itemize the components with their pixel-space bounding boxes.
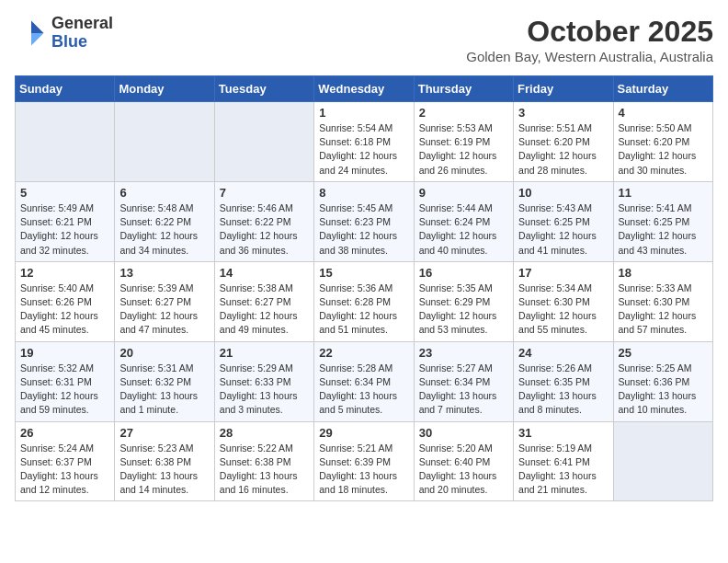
calendar-header-row: SundayMondayTuesdayWednesdayThursdayFrid… (16, 76, 713, 102)
day-number: 8 (319, 186, 408, 200)
day-info: Sunrise: 5:43 AM Sunset: 6:25 PM Dayligh… (518, 201, 608, 258)
day-number: 30 (419, 426, 508, 440)
calendar-cell (115, 102, 214, 182)
logo-text: General Blue (51, 15, 113, 52)
calendar-cell: 31Sunrise: 5:19 AM Sunset: 6:41 PM Dayli… (514, 421, 613, 501)
calendar-cell: 13Sunrise: 5:39 AM Sunset: 6:27 PM Dayli… (115, 261, 214, 341)
calendar-cell: 6Sunrise: 5:48 AM Sunset: 6:22 PM Daylig… (115, 181, 214, 261)
day-info: Sunrise: 5:33 AM Sunset: 6:30 PM Dayligh… (619, 282, 708, 338)
day-info: Sunrise: 5:44 AM Sunset: 6:24 PM Dayligh… (419, 201, 508, 258)
weekday-header: Sunday (16, 76, 115, 102)
calendar-week-row: 5Sunrise: 5:49 AM Sunset: 6:21 PM Daylig… (16, 181, 713, 261)
day-number: 17 (518, 266, 608, 280)
day-info: Sunrise: 5:53 AM Sunset: 6:19 PM Dayligh… (419, 121, 508, 178)
calendar-week-row: 19Sunrise: 5:32 AM Sunset: 6:31 PM Dayli… (16, 341, 713, 421)
calendar-cell: 23Sunrise: 5:27 AM Sunset: 6:34 PM Dayli… (414, 341, 513, 421)
weekday-header: Wednesday (314, 76, 414, 102)
day-info: Sunrise: 5:51 AM Sunset: 6:20 PM Dayligh… (518, 121, 608, 178)
day-info: Sunrise: 5:36 AM Sunset: 6:28 PM Dayligh… (319, 282, 408, 338)
calendar-cell: 2Sunrise: 5:53 AM Sunset: 6:19 PM Daylig… (414, 102, 513, 182)
day-number: 29 (319, 426, 408, 440)
calendar-cell: 4Sunrise: 5:50 AM Sunset: 6:20 PM Daylig… (613, 102, 712, 182)
day-number: 23 (419, 346, 508, 360)
day-info: Sunrise: 5:38 AM Sunset: 6:27 PM Dayligh… (220, 282, 309, 338)
day-number: 6 (119, 186, 209, 200)
calendar-cell: 7Sunrise: 5:46 AM Sunset: 6:22 PM Daylig… (214, 181, 313, 261)
day-info: Sunrise: 5:49 AM Sunset: 6:21 PM Dayligh… (20, 201, 109, 258)
calendar-cell: 1Sunrise: 5:54 AM Sunset: 6:18 PM Daylig… (314, 102, 414, 182)
day-number: 26 (20, 426, 109, 440)
day-number: 28 (220, 426, 309, 440)
weekday-header: Tuesday (214, 76, 313, 102)
calendar-cell: 14Sunrise: 5:38 AM Sunset: 6:27 PM Dayli… (214, 261, 313, 341)
day-info: Sunrise: 5:22 AM Sunset: 6:38 PM Dayligh… (220, 442, 309, 498)
day-number: 3 (518, 106, 608, 120)
calendar-cell: 10Sunrise: 5:43 AM Sunset: 6:25 PM Dayli… (514, 181, 613, 261)
day-number: 10 (518, 186, 608, 200)
logo-icon (15, 17, 48, 50)
day-info: Sunrise: 5:34 AM Sunset: 6:30 PM Dayligh… (518, 282, 608, 338)
page-header: General Blue October 2025 Golden Bay, We… (15, 15, 713, 64)
day-number: 7 (220, 186, 309, 200)
svg-marker-1 (31, 33, 44, 46)
day-info: Sunrise: 5:19 AM Sunset: 6:41 PM Dayligh… (518, 442, 608, 498)
calendar-cell: 26Sunrise: 5:24 AM Sunset: 6:37 PM Dayli… (16, 421, 115, 501)
calendar-cell: 16Sunrise: 5:35 AM Sunset: 6:29 PM Dayli… (414, 261, 513, 341)
day-info: Sunrise: 5:54 AM Sunset: 6:18 PM Dayligh… (319, 121, 408, 178)
day-number: 4 (619, 106, 708, 120)
calendar-cell: 3Sunrise: 5:51 AM Sunset: 6:20 PM Daylig… (514, 102, 613, 182)
day-info: Sunrise: 5:27 AM Sunset: 6:34 PM Dayligh… (419, 362, 508, 418)
calendar-cell: 5Sunrise: 5:49 AM Sunset: 6:21 PM Daylig… (16, 181, 115, 261)
calendar-cell: 18Sunrise: 5:33 AM Sunset: 6:30 PM Dayli… (613, 261, 712, 341)
day-info: Sunrise: 5:45 AM Sunset: 6:23 PM Dayligh… (319, 201, 408, 258)
day-info: Sunrise: 5:39 AM Sunset: 6:27 PM Dayligh… (119, 282, 209, 338)
day-number: 13 (119, 266, 209, 280)
day-number: 1 (319, 106, 408, 120)
calendar-week-row: 1Sunrise: 5:54 AM Sunset: 6:18 PM Daylig… (16, 102, 713, 182)
calendar-cell: 25Sunrise: 5:25 AM Sunset: 6:36 PM Dayli… (613, 341, 712, 421)
calendar-cell: 20Sunrise: 5:31 AM Sunset: 6:32 PM Dayli… (115, 341, 214, 421)
calendar-cell (214, 102, 313, 182)
day-number: 14 (220, 266, 309, 280)
day-number: 11 (619, 186, 708, 200)
day-number: 24 (518, 346, 608, 360)
calendar-cell: 17Sunrise: 5:34 AM Sunset: 6:30 PM Dayli… (514, 261, 613, 341)
day-number: 12 (20, 266, 109, 280)
day-info: Sunrise: 5:31 AM Sunset: 6:32 PM Dayligh… (119, 362, 209, 418)
location-title: Golden Bay, Western Australia, Australia (466, 49, 713, 64)
logo-blue: Blue (51, 32, 87, 51)
calendar-cell: 22Sunrise: 5:28 AM Sunset: 6:34 PM Dayli… (314, 341, 414, 421)
day-info: Sunrise: 5:20 AM Sunset: 6:40 PM Dayligh… (419, 442, 508, 498)
day-number: 9 (419, 186, 508, 200)
day-number: 31 (518, 426, 608, 440)
calendar-cell: 27Sunrise: 5:23 AM Sunset: 6:38 PM Dayli… (115, 421, 214, 501)
calendar-cell: 29Sunrise: 5:21 AM Sunset: 6:39 PM Dayli… (314, 421, 414, 501)
day-info: Sunrise: 5:35 AM Sunset: 6:29 PM Dayligh… (419, 282, 508, 338)
calendar-table: SundayMondayTuesdayWednesdayThursdayFrid… (15, 75, 713, 501)
weekday-header: Thursday (414, 76, 513, 102)
title-block: October 2025 Golden Bay, Western Austral… (466, 15, 713, 64)
svg-marker-0 (31, 20, 44, 33)
calendar-cell: 21Sunrise: 5:29 AM Sunset: 6:33 PM Dayli… (214, 341, 313, 421)
day-number: 25 (619, 346, 708, 360)
calendar-week-row: 26Sunrise: 5:24 AM Sunset: 6:37 PM Dayli… (16, 421, 713, 501)
day-info: Sunrise: 5:29 AM Sunset: 6:33 PM Dayligh… (220, 362, 309, 418)
day-number: 16 (419, 266, 508, 280)
logo-general: General (51, 14, 113, 32)
day-info: Sunrise: 5:23 AM Sunset: 6:38 PM Dayligh… (119, 442, 209, 498)
calendar-cell: 11Sunrise: 5:41 AM Sunset: 6:25 PM Dayli… (613, 181, 712, 261)
calendar-cell: 28Sunrise: 5:22 AM Sunset: 6:38 PM Dayli… (214, 421, 313, 501)
day-info: Sunrise: 5:40 AM Sunset: 6:26 PM Dayligh… (20, 282, 109, 338)
day-number: 21 (220, 346, 309, 360)
calendar-cell: 12Sunrise: 5:40 AM Sunset: 6:26 PM Dayli… (16, 261, 115, 341)
day-number: 5 (20, 186, 109, 200)
weekday-header: Friday (514, 76, 613, 102)
calendar-cell: 19Sunrise: 5:32 AM Sunset: 6:31 PM Dayli… (16, 341, 115, 421)
day-info: Sunrise: 5:32 AM Sunset: 6:31 PM Dayligh… (20, 362, 109, 418)
day-info: Sunrise: 5:46 AM Sunset: 6:22 PM Dayligh… (220, 201, 309, 258)
day-number: 20 (119, 346, 209, 360)
day-info: Sunrise: 5:48 AM Sunset: 6:22 PM Dayligh… (119, 201, 209, 258)
calendar-cell: 30Sunrise: 5:20 AM Sunset: 6:40 PM Dayli… (414, 421, 513, 501)
calendar-cell (16, 102, 115, 182)
calendar-week-row: 12Sunrise: 5:40 AM Sunset: 6:26 PM Dayli… (16, 261, 713, 341)
